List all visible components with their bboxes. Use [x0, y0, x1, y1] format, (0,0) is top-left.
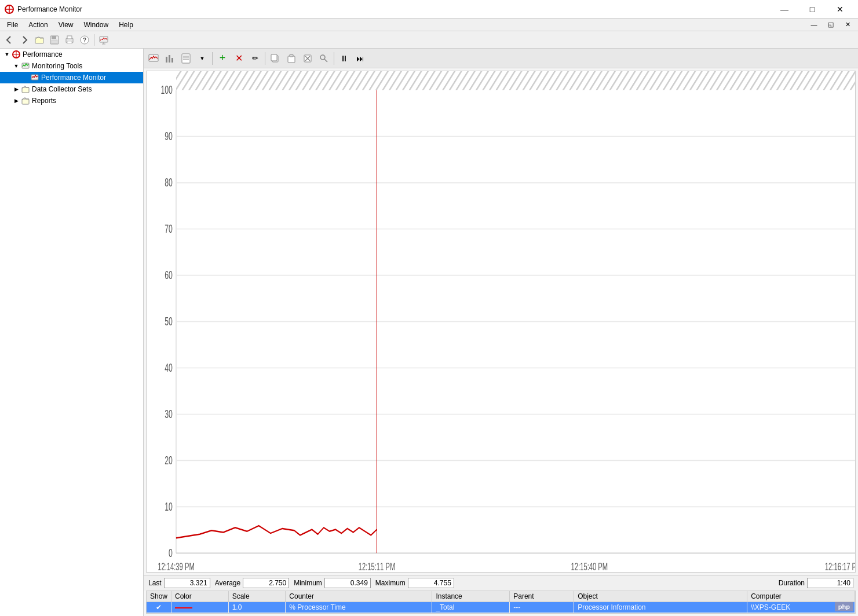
chart-histogram-button[interactable]	[162, 51, 177, 66]
toolbar-open-button[interactable]	[32, 33, 46, 47]
stat-maximum: Maximum 4.755	[375, 578, 454, 588]
svg-rect-24	[169, 55, 170, 63]
chart-toolbar: ▼ + ✕ ✏	[144, 49, 858, 68]
svg-rect-31	[271, 54, 277, 61]
expand-reports[interactable]: ▶	[12, 96, 21, 105]
svg-rect-33	[290, 54, 293, 57]
svg-text:100: 100	[160, 83, 172, 96]
php-badge: php	[835, 602, 853, 611]
svg-text:10: 10	[165, 500, 173, 513]
color-indicator	[175, 607, 192, 608]
sidebar: ▼ Performance ▼ Monitoring Tools	[0, 49, 144, 616]
menu-file[interactable]: File	[2, 20, 23, 30]
copy-data-button[interactable]	[268, 51, 283, 66]
sidebar-item-monitoring-tools[interactable]: ▼ Monitoring Tools	[0, 60, 143, 72]
expand-performance[interactable]: ▼	[2, 50, 12, 59]
toolbar-save-button[interactable]	[48, 33, 61, 47]
minimize-button[interactable]: —	[771, 0, 798, 19]
inner-close-button[interactable]: ✕	[839, 19, 856, 31]
reports-label: Reports	[32, 97, 56, 105]
svg-text:12:14:39 PM: 12:14:39 PM	[158, 560, 195, 572]
stat-last: Last 3.321	[148, 578, 210, 588]
svg-line-38	[324, 59, 327, 62]
chart-view-button[interactable]	[146, 51, 161, 66]
object-cell: Processor Information	[574, 602, 747, 613]
sidebar-item-reports[interactable]: ▶ Reports	[0, 95, 143, 107]
close-button[interactable]: ✕	[827, 0, 853, 19]
chart-sep-2	[265, 52, 265, 65]
svg-text:90: 90	[165, 130, 173, 142]
svg-rect-25	[171, 58, 173, 63]
app-icon	[5, 5, 14, 14]
performance-label: Performance	[23, 50, 63, 58]
svg-point-37	[320, 55, 325, 60]
col-object: Object	[574, 591, 747, 602]
sidebar-item-performance[interactable]: ▼ Performance	[0, 49, 143, 60]
minimum-label: Minimum	[294, 579, 322, 587]
svg-rect-26	[182, 54, 190, 63]
window-controls: — □ ✕	[771, 0, 853, 19]
toolbar-monitor-button[interactable]	[97, 33, 111, 47]
freeze-display-button[interactable]: ⏸	[337, 51, 352, 66]
performance-monitor-label: Performance Monitor	[41, 74, 106, 82]
reports-icon	[21, 96, 30, 105]
stat-average: Average 2.750	[215, 578, 289, 588]
data-collector-sets-icon	[21, 85, 30, 94]
svg-text:60: 60	[165, 269, 173, 281]
svg-text:80: 80	[165, 176, 173, 189]
stat-duration: Duration 1:40	[779, 578, 853, 588]
col-computer: Computer	[747, 591, 855, 602]
inner-restore-button[interactable]: ◱	[823, 19, 839, 31]
maximize-button[interactable]: □	[799, 0, 826, 19]
delete-counter-button[interactable]: ✕	[231, 51, 246, 66]
toolbar: ?	[0, 31, 858, 49]
svg-text:20: 20	[165, 454, 173, 467]
toolbar-help-button[interactable]: ?	[78, 33, 92, 47]
clear-display-button[interactable]	[300, 51, 315, 66]
toolbar-separator	[94, 34, 94, 46]
window-title: Performance Monitor	[17, 5, 771, 13]
duration-value: 1:40	[807, 578, 853, 588]
performance-icon	[12, 50, 21, 59]
chart-report-button[interactable]	[178, 51, 193, 66]
zoom-button[interactable]	[316, 51, 331, 66]
title-bar: Performance Monitor — □ ✕	[0, 0, 858, 19]
toolbar-forward-button[interactable]	[17, 33, 31, 47]
menu-view[interactable]: View	[54, 20, 78, 30]
col-show: Show	[147, 591, 171, 602]
show-checkbox[interactable]: ✔	[147, 602, 171, 613]
menu-action[interactable]: Action	[24, 20, 52, 30]
data-collector-sets-label: Data Collector Sets	[32, 85, 92, 93]
toolbar-print-button[interactable]	[63, 33, 76, 47]
col-parent: Parent	[510, 591, 574, 602]
main-layout: ▼ Performance ▼ Monitoring Tools	[0, 49, 858, 616]
add-counter-button[interactable]: +	[215, 51, 230, 66]
chart-dropdown-button[interactable]: ▼	[195, 51, 210, 66]
properties-button[interactable]: ✏	[247, 51, 262, 66]
maximum-value: 4.755	[408, 578, 454, 588]
paste-button[interactable]	[284, 51, 299, 66]
menu-window[interactable]: Window	[79, 20, 114, 30]
svg-rect-9	[67, 41, 72, 43]
svg-rect-21	[22, 99, 29, 104]
update-data-button[interactable]: ⏭	[353, 51, 368, 66]
toolbar-back-button[interactable]	[2, 33, 16, 47]
maximum-label: Maximum	[375, 579, 406, 587]
expand-monitoring-tools[interactable]: ▼	[12, 61, 21, 71]
sidebar-item-performance-monitor[interactable]: Performance Monitor	[0, 72, 143, 83]
chart-area: 100 90 80 70 60 50 40 30 20 10 0 12:14:3…	[146, 71, 856, 573]
average-value: 2.750	[243, 578, 289, 588]
svg-text:70: 70	[165, 222, 173, 235]
expand-data-collector-sets[interactable]: ▶	[12, 85, 21, 94]
counter-table-wrap: Show Color Scale Counter Instance Parent…	[146, 591, 856, 614]
last-label: Last	[148, 579, 162, 587]
svg-text:12:15:40 PM: 12:15:40 PM	[571, 560, 608, 572]
svg-text:12:15:11 PM: 12:15:11 PM	[359, 560, 396, 572]
svg-rect-32	[288, 56, 295, 63]
sidebar-item-data-collector-sets[interactable]: ▶ Data Collector Sets	[0, 83, 143, 95]
stats-row: Last 3.321 Average 2.750 Minimum 0.349 M…	[144, 575, 858, 591]
menu-help[interactable]: Help	[114, 20, 138, 30]
table-row[interactable]: ✔ 1.0 % Processor Time _Total --- Proces…	[147, 602, 855, 613]
expand-performance-monitor	[21, 73, 30, 82]
inner-minimize-button[interactable]: —	[806, 19, 822, 31]
